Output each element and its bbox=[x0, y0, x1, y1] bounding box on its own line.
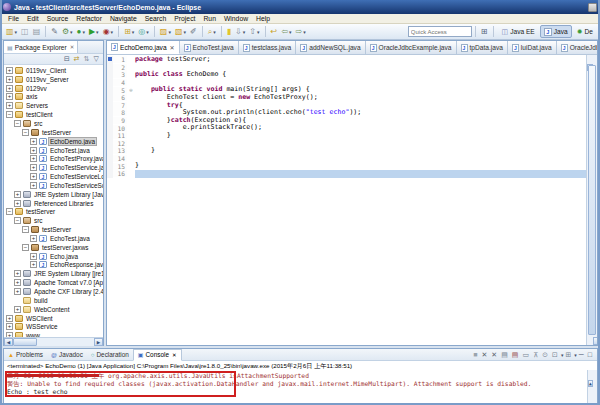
annotation-ruler[interactable] bbox=[107, 162, 113, 170]
tree-item[interactable]: +JEchoTestService.java bbox=[4, 163, 103, 172]
tree-expander-icon[interactable]: − bbox=[14, 217, 21, 224]
menu-search[interactable]: Search bbox=[141, 15, 171, 22]
link-with-editor-icon[interactable]: ⇄ bbox=[74, 55, 80, 63]
annotation-ruler[interactable] bbox=[107, 79, 113, 87]
window-close-button[interactable] bbox=[588, 3, 597, 12]
external-tools-button[interactable]: ⚙▾ bbox=[61, 25, 74, 38]
tree-expander-icon[interactable]: − bbox=[14, 120, 21, 127]
tree-expander-icon[interactable]: + bbox=[30, 164, 37, 171]
show-stdout-icon[interactable]: ▤ bbox=[501, 350, 508, 360]
editor-tab[interactable]: JEchoDemo.java✕ bbox=[107, 41, 180, 54]
show-stderr-icon[interactable]: ▤ bbox=[512, 350, 519, 360]
annotation-ruler[interactable] bbox=[107, 132, 113, 140]
open-element-button[interactable]: ▧▾ bbox=[174, 25, 187, 38]
tree-expander-icon[interactable]: + bbox=[30, 235, 37, 242]
tree-item[interactable]: −src bbox=[4, 119, 103, 128]
perspective-java-ee[interactable]: ◫Java EE bbox=[499, 25, 538, 38]
tree-item[interactable]: +JEchoDemo.java bbox=[4, 137, 103, 146]
menu-refactor[interactable]: Refactor bbox=[72, 15, 106, 22]
view-close-icon[interactable]: ✕ bbox=[70, 44, 75, 50]
code-editor[interactable]: 1package testServer;23public class EchoD… bbox=[107, 55, 597, 345]
tab-console[interactable]: ▣Console✕ bbox=[133, 349, 182, 361]
tree-item[interactable]: +JEchoTestServiceSoapBindingStub.java bbox=[4, 181, 103, 190]
clear-console-icon[interactable]: ▭ bbox=[522, 350, 529, 360]
dropdown-caret-icon[interactable]: ▾ bbox=[168, 29, 171, 35]
tree-item[interactable]: +axis bbox=[4, 93, 103, 102]
search-button[interactable]: ⌕▾ bbox=[207, 25, 217, 38]
scroll-thumb[interactable] bbox=[13, 338, 37, 346]
annotation-ruler[interactable] bbox=[107, 117, 113, 125]
tree-item[interactable]: −src bbox=[4, 216, 103, 225]
tree-item[interactable]: +0119vv_Client bbox=[4, 66, 103, 75]
new-wizard-button[interactable]: ▥▾ bbox=[5, 25, 18, 38]
remove-all-launches-icon[interactable]: ✕ bbox=[491, 350, 497, 360]
tree-expander-icon[interactable]: + bbox=[14, 270, 21, 277]
tree-expander-icon[interactable]: + bbox=[14, 200, 21, 207]
tab-close-icon[interactable]: ✕ bbox=[170, 44, 175, 51]
tree-expander-icon[interactable]: + bbox=[14, 306, 21, 313]
tree-item[interactable]: +WSService bbox=[4, 322, 103, 331]
menu-project[interactable]: Project bbox=[170, 15, 199, 22]
save-button[interactable]: ◫ bbox=[20, 25, 30, 38]
tree-item[interactable]: −testServer bbox=[4, 128, 103, 137]
dropdown-caret-icon[interactable]: ▾ bbox=[146, 29, 149, 35]
tree-item[interactable]: +JEchoTestProxy.java bbox=[4, 154, 103, 163]
dropdown-caret-icon[interactable]: ▾ bbox=[183, 29, 186, 35]
open-console-icon[interactable]: ⊞ bbox=[565, 350, 571, 360]
package-explorer-tab[interactable]: ▤ Package Explorer ✕ bbox=[4, 41, 78, 53]
prev-annotation-button[interactable]: ⇧▾ bbox=[248, 25, 260, 38]
tree-item[interactable]: +WSClient bbox=[4, 314, 103, 323]
tree-expander-icon[interactable]: − bbox=[6, 111, 13, 118]
annotation-ruler[interactable] bbox=[107, 109, 113, 117]
menu-window[interactable]: Window bbox=[220, 15, 252, 22]
annotation-ruler[interactable] bbox=[107, 170, 113, 178]
tree-expander-icon[interactable]: + bbox=[30, 261, 37, 268]
mark-occurrences-button[interactable]: ▮ bbox=[226, 25, 232, 38]
tree-expander-icon[interactable]: + bbox=[6, 102, 13, 109]
dropdown-caret-icon[interactable]: ▾ bbox=[70, 29, 73, 35]
annotation-ruler[interactable] bbox=[107, 124, 113, 132]
scroll-down-icon[interactable]: ▼ bbox=[593, 337, 597, 345]
editor-tab[interactable]: JaddNewSQL.java bbox=[296, 41, 365, 54]
annotation-ruler[interactable] bbox=[107, 102, 113, 110]
scroll-left-icon[interactable]: ◀ bbox=[4, 338, 13, 346]
view-menu-icon[interactable]: ▽ bbox=[94, 55, 99, 63]
tree-item[interactable]: −testServer bbox=[4, 208, 103, 217]
tree-expander-icon[interactable]: + bbox=[30, 155, 37, 162]
annotation-ruler[interactable] bbox=[107, 86, 113, 94]
focus-icon[interactable]: ⇅ bbox=[84, 55, 90, 63]
terminate-icon[interactable]: ■ bbox=[473, 350, 477, 360]
tree-item[interactable]: +Referenced Libraries bbox=[4, 199, 103, 208]
editor-tab[interactable]: JluiDat.java bbox=[508, 41, 557, 54]
annotation-ruler[interactable] bbox=[107, 147, 113, 155]
tree-item[interactable]: +Apache CXF Library [2.4.0] bbox=[4, 287, 103, 296]
tree-item[interactable]: +Servers bbox=[4, 101, 103, 110]
minimize-icon[interactable]: ─ bbox=[579, 350, 584, 360]
editor-tab[interactable]: JEchoTest.java bbox=[180, 41, 239, 54]
pen-button[interactable]: ✐ bbox=[189, 25, 198, 38]
debug-button[interactable]: ●▾ bbox=[76, 25, 86, 38]
tree-expander-icon[interactable]: − bbox=[6, 208, 13, 215]
editor-tab[interactable]: JOracleJdbcExample.java bbox=[366, 41, 457, 54]
perspective-java[interactable]: JJava bbox=[540, 25, 572, 38]
next-annotation-button[interactable]: ⇩▾ bbox=[234, 25, 246, 38]
tab-close-icon[interactable]: ✕ bbox=[172, 352, 177, 358]
back-button[interactable]: ⇦▾ bbox=[280, 25, 292, 38]
tree-expander-icon[interactable]: + bbox=[6, 332, 13, 337]
editor-tab[interactable]: JtpData.java bbox=[457, 41, 508, 54]
perspective-de[interactable]: ✹De bbox=[574, 25, 596, 38]
tree-item[interactable]: +JEcho.java bbox=[4, 252, 103, 261]
collapse-all-icon[interactable]: ⊟ bbox=[64, 55, 70, 63]
tab-problems[interactable]: ▲Problems bbox=[4, 349, 47, 361]
tree-item[interactable]: build bbox=[4, 296, 103, 305]
scroll-up-icon[interactable]: ▲ bbox=[588, 380, 593, 387]
dropdown-caret-icon[interactable]: ▾ bbox=[111, 29, 114, 35]
editor-tab[interactable]: Jtestclass.java bbox=[239, 41, 297, 54]
quick-access-input[interactable] bbox=[408, 26, 472, 37]
print-button[interactable]: ▤ bbox=[32, 25, 42, 38]
tree-item[interactable]: −testServer bbox=[4, 225, 103, 234]
dropdown-caret-icon[interactable]: ▾ bbox=[257, 29, 260, 35]
menu-navigate[interactable]: Navigate bbox=[106, 15, 141, 22]
dropdown-caret-icon[interactable]: ▾ bbox=[561, 352, 564, 358]
forward-button[interactable]: ⇨▾ bbox=[294, 25, 306, 38]
